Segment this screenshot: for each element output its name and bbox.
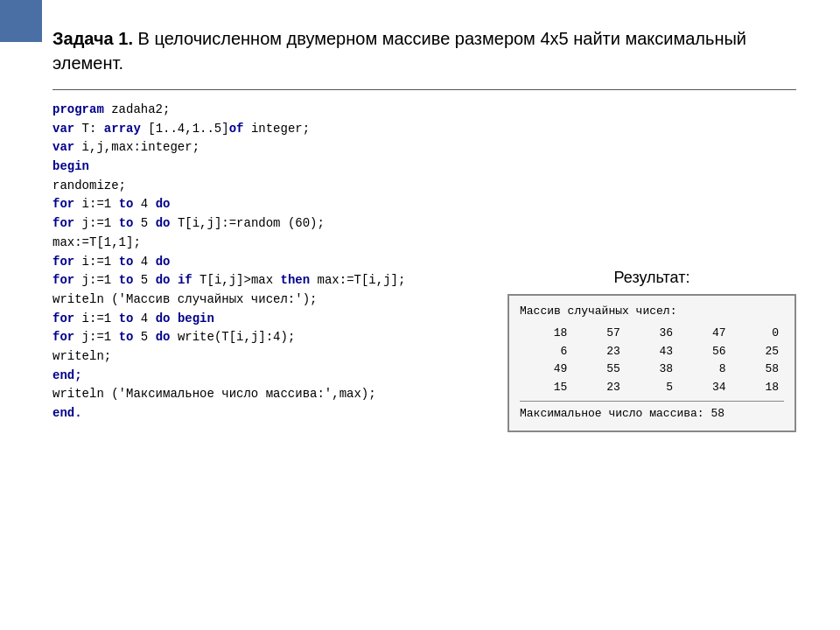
table-cell: 57 <box>572 325 625 343</box>
result-table: 185736470623435625495538858152353418 <box>520 325 784 397</box>
task-title-rest: В целочисленном двумерном массиве размер… <box>52 29 746 73</box>
table-cell: 23 <box>572 343 625 361</box>
divider <box>52 89 796 90</box>
main-content: Задача 1. В целочисленном двумерном масс… <box>0 0 840 450</box>
table-cell: 5 <box>626 379 678 397</box>
result-area: Результат: Массив случайных чисел: 18573… <box>508 269 796 432</box>
table-cell: 23 <box>572 379 625 397</box>
table-cell: 47 <box>678 325 731 343</box>
table-cell: 58 <box>732 360 784 379</box>
table-cell: 43 <box>626 343 678 361</box>
table-cell: 18 <box>520 325 572 343</box>
result-footer: Максимальное число массива: 58 <box>520 401 784 424</box>
result-header: Массив случайных чисел: <box>520 303 784 321</box>
table-row: 185736470 <box>520 325 784 343</box>
table-cell: 56 <box>678 343 731 361</box>
task-title: Задача 1. В целочисленном двумерном масс… <box>52 26 796 75</box>
table-cell: 8 <box>678 360 731 379</box>
table-cell: 34 <box>678 379 731 397</box>
result-box: Массив случайных чисел: 1857364706234356… <box>508 294 796 432</box>
table-cell: 25 <box>732 343 784 361</box>
table-cell: 49 <box>520 360 572 379</box>
table-row: 495538858 <box>520 360 784 379</box>
table-cell: 0 <box>732 325 784 343</box>
table-cell: 15 <box>520 379 572 397</box>
table-cell: 36 <box>626 325 678 343</box>
result-label: Результат: <box>508 269 796 287</box>
table-cell: 6 <box>520 343 572 361</box>
table-row: 623435625 <box>520 343 784 361</box>
table-cell: 55 <box>572 360 625 379</box>
table-row: 152353418 <box>520 379 784 397</box>
table-cell: 18 <box>732 379 784 397</box>
task-title-bold: Задача 1. <box>52 29 133 48</box>
table-cell: 38 <box>626 360 678 379</box>
